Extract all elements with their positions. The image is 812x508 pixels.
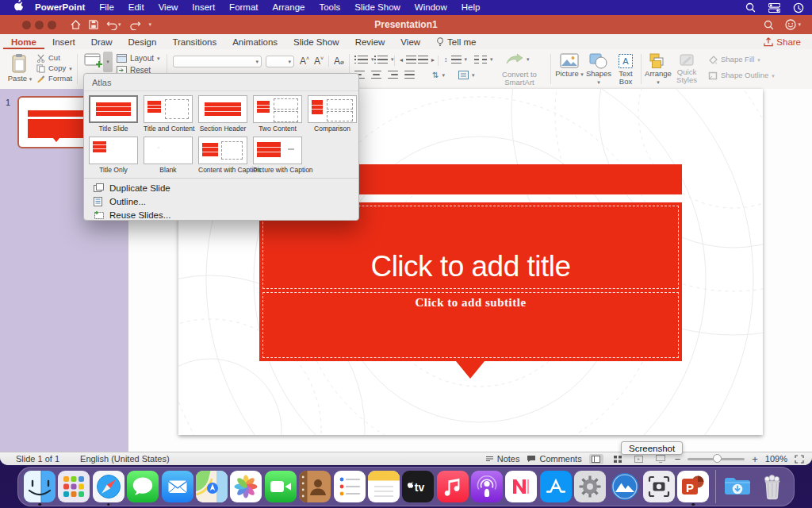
align-right-button[interactable]	[388, 71, 398, 79]
tab-home[interactable]: Home	[3, 34, 44, 49]
dock-contacts-icon[interactable]	[299, 471, 331, 502]
ribbon-search-icon[interactable]	[764, 20, 774, 30]
arrange-button[interactable]: Arrange ▾	[645, 53, 672, 87]
text-box-button[interactable]: A Text Box	[614, 53, 638, 87]
account-menu[interactable]: ▾	[785, 19, 801, 30]
line-spacing-button[interactable]: ↕▾	[444, 56, 467, 64]
layout-two-content[interactable]: Two Content	[253, 95, 302, 133]
tab-design[interactable]: Design	[121, 34, 165, 49]
convert-to-smartart-button[interactable]: Convert to SmartArt	[493, 71, 546, 87]
decrease-indent-button[interactable]: ◂	[400, 56, 416, 64]
dock-podcasts-icon[interactable]	[471, 471, 503, 502]
dock-photos-icon[interactable]	[230, 471, 262, 502]
control-center-icon[interactable]	[768, 3, 780, 13]
dock-messages-icon[interactable]	[127, 471, 159, 502]
zoom-slider[interactable]	[688, 458, 745, 460]
dock-facetime-icon[interactable]	[265, 471, 297, 502]
normal-view-button[interactable]	[589, 454, 603, 464]
menu-edit[interactable]: Edit	[121, 0, 151, 15]
minimize-button[interactable]	[35, 21, 44, 29]
dock-news-icon[interactable]	[505, 471, 537, 502]
menu-file[interactable]: File	[92, 0, 121, 15]
clock-icon[interactable]	[793, 2, 804, 13]
tab-tell-me[interactable]: Tell me	[428, 34, 484, 49]
layout-picture-with-caption[interactable]: Picture with Caption	[253, 137, 302, 174]
align-center-button[interactable]	[371, 71, 381, 79]
slide-sorter-view-button[interactable]	[611, 454, 625, 464]
tab-draw[interactable]: Draw	[83, 34, 121, 49]
comments-button[interactable]: Comments	[527, 454, 581, 464]
reading-view-button[interactable]	[632, 454, 646, 464]
dock-music-icon[interactable]	[437, 471, 469, 502]
dock-maps-icon[interactable]	[196, 471, 228, 502]
clear-formatting-button[interactable]: A⌀	[334, 56, 344, 67]
save-icon[interactable]	[89, 20, 98, 29]
dock-finder-icon[interactable]	[24, 471, 56, 502]
numbering-button[interactable]: ▾	[374, 56, 394, 64]
dock-mail-icon[interactable]	[162, 471, 193, 502]
layout-comparison[interactable]: Comparison	[308, 95, 357, 133]
menu-slide-show[interactable]: Slide Show	[347, 0, 408, 15]
quick-styles-button[interactable]: Quick Styles	[673, 53, 700, 85]
tab-slide-show[interactable]: Slide Show	[285, 34, 347, 49]
layout-title-only[interactable]: Title Only	[89, 137, 138, 174]
menu-tools[interactable]: Tools	[312, 0, 347, 15]
font-name-combobox[interactable]: ▾	[173, 56, 262, 67]
menu-help[interactable]: Help	[454, 0, 488, 15]
home-icon[interactable]	[71, 20, 81, 29]
share-button[interactable]: Share	[764, 37, 801, 47]
dock-safari-icon[interactable]	[93, 471, 124, 502]
font-size-combobox[interactable]: ▾	[266, 56, 294, 67]
layout-blank[interactable]: Blank	[144, 137, 193, 174]
format-painter-button[interactable]: Format	[36, 75, 72, 83]
layout-button[interactable]: Layout▾	[117, 54, 160, 63]
dock-reminders-icon[interactable]	[334, 471, 366, 502]
slideshow-view-button[interactable]	[653, 454, 668, 464]
menu-window[interactable]: Window	[408, 0, 454, 15]
new-slide-dropdown[interactable]: ▾	[103, 52, 113, 72]
close-button[interactable]	[22, 21, 31, 29]
menu-item-reuse-slides[interactable]: Reuse Slides...	[84, 208, 358, 221]
dock-settings-icon[interactable]	[574, 471, 606, 502]
cut-button[interactable]: Cut	[36, 54, 60, 63]
menu-arrange[interactable]: Arrange	[266, 0, 312, 15]
undo-icon[interactable]: ▾	[106, 20, 121, 30]
tab-review[interactable]: Review	[347, 34, 393, 49]
dock-notes-icon[interactable]	[368, 471, 400, 502]
layout-title-and-content[interactable]: Title and Content	[144, 95, 193, 133]
dock-downloads-icon[interactable]	[722, 471, 753, 502]
toolbar-options-icon[interactable]: ▾	[149, 21, 152, 28]
align-text-button[interactable]: ▾	[458, 71, 475, 79]
dock-app-store-icon[interactable]	[540, 471, 572, 502]
layout-title-slide[interactable]: Title Slide	[89, 95, 138, 133]
increase-font-button[interactable]: A˄	[300, 56, 309, 67]
menu-format[interactable]: Format	[222, 0, 265, 15]
slide-thumbnail[interactable]	[17, 96, 94, 148]
justify-button[interactable]	[404, 71, 415, 79]
search-icon[interactable]	[745, 2, 756, 13]
language-indicator[interactable]: English (United States)	[80, 454, 170, 464]
menu-insert[interactable]: Insert	[185, 0, 222, 15]
zoom-slider-knob[interactable]	[713, 454, 722, 463]
apple-menu[interactable]	[8, 0, 28, 16]
tab-insert[interactable]: Insert	[44, 34, 83, 49]
dock-powerpoint-icon[interactable]: P	[677, 471, 709, 502]
copy-button[interactable]: Copy▾	[36, 64, 72, 73]
zoom-button[interactable]	[48, 21, 56, 29]
subtitle-placeholder[interactable]: Click to add subtitle	[262, 292, 679, 358]
dock-screenshot-icon[interactable]	[643, 471, 675, 502]
fit-slide-icon[interactable]	[795, 455, 804, 464]
tab-transitions[interactable]: Transitions	[164, 34, 224, 49]
tab-animations[interactable]: Animations	[224, 34, 285, 49]
paste-button[interactable]: Paste ▾	[6, 53, 33, 83]
dock-trash-icon[interactable]	[756, 471, 788, 502]
redo-icon[interactable]	[129, 20, 141, 30]
dock-launchpad-icon[interactable]	[58, 471, 90, 502]
layout-section-header[interactable]: Section Header	[198, 95, 247, 133]
notes-button[interactable]: Notes	[485, 454, 520, 464]
dock-tv-icon[interactable]: tv	[402, 471, 434, 502]
menu-view[interactable]: View	[151, 0, 186, 15]
dock-mountain-app-icon[interactable]	[609, 471, 641, 502]
text-direction-button[interactable]: ⇅▾	[432, 71, 445, 79]
bullets-button[interactable]: ▾	[354, 56, 374, 64]
